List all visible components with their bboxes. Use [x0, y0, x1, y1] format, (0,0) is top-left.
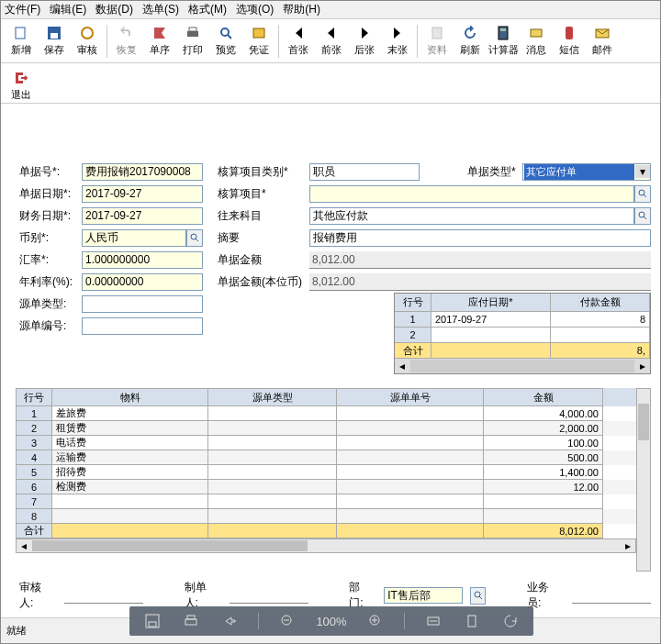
- tb-save[interactable]: 保存: [38, 21, 71, 61]
- pg-hscroll[interactable]: ◂▸: [395, 359, 650, 373]
- exit-icon: [13, 70, 29, 86]
- lbl-yearint: 年利率(%):: [19, 274, 82, 290]
- toolbar-row2: 退出: [1, 63, 660, 104]
- fld-fromacct[interactable]: 其他应付款: [309, 207, 634, 225]
- tb-first[interactable]: 首张: [282, 21, 315, 61]
- tb-preview[interactable]: 预览: [209, 21, 242, 61]
- pg-h-date[interactable]: 应付日期*: [431, 294, 551, 312]
- table-row[interactable]: 7: [16, 494, 636, 509]
- chevron-down-icon[interactable]: ▾: [635, 165, 650, 178]
- lbl-acctcat: 核算项目类别*: [218, 164, 309, 180]
- tb-seq[interactable]: 单序: [143, 21, 176, 61]
- dg-h-amt[interactable]: 金额: [484, 388, 603, 406]
- svg-line-7: [228, 35, 231, 39]
- tb-calc[interactable]: 计算器: [487, 21, 520, 61]
- menu-option[interactable]: 选项(O): [236, 2, 274, 17]
- table-row[interactable]: 1 2017-09-27 8: [395, 312, 650, 328]
- table-row[interactable]: 6检测费12.00: [16, 480, 636, 494]
- lookup-fromacct[interactable]: [634, 207, 651, 225]
- fld-rate[interactable]: 1.000000000: [82, 251, 203, 269]
- lbl-docamt: 单据金额: [218, 252, 309, 268]
- tb-review[interactable]: 审核: [71, 21, 104, 61]
- table-row[interactable]: 3电话费100.00: [16, 436, 636, 450]
- fld-doctype[interactable]: 其它应付单▾: [522, 163, 651, 181]
- fb-fitwidth-icon[interactable]: [423, 611, 443, 631]
- dg-h-srcno[interactable]: 源单单号: [337, 388, 484, 406]
- fld-billdate[interactable]: 2017-09-27: [82, 185, 203, 203]
- lbl-reviewer: 审核人:: [19, 580, 53, 611]
- fb-fitpage-icon[interactable]: [462, 611, 482, 631]
- tb-restore[interactable]: 恢复: [110, 21, 143, 61]
- tb-voucher[interactable]: 凭证: [242, 21, 275, 61]
- dg-vscroll[interactable]: [636, 388, 651, 572]
- svg-line-20: [644, 217, 646, 219]
- fb-zoom-in-icon[interactable]: [365, 611, 386, 631]
- tb-info[interactable]: 资料: [420, 21, 454, 61]
- tb-refresh[interactable]: 刷新: [454, 21, 487, 61]
- fb-print-icon[interactable]: [181, 611, 201, 631]
- svg-rect-25: [185, 619, 196, 625]
- table-row[interactable]: 1差旅费4,000.00: [16, 406, 636, 421]
- svg-point-6: [221, 28, 229, 36]
- lbl-fromacct: 往来科目: [218, 208, 309, 224]
- menu-help[interactable]: 帮助(H): [283, 2, 320, 17]
- tb-last[interactable]: 末张: [381, 21, 414, 61]
- info-icon: [429, 25, 445, 41]
- lbl-curr: 币别*:: [19, 230, 82, 246]
- fb-save-icon[interactable]: [142, 611, 162, 631]
- tb-exit[interactable]: 退出: [5, 65, 38, 105]
- table-row[interactable]: 2: [395, 328, 650, 343]
- fld-curr[interactable]: 人民币: [82, 229, 186, 247]
- dg-hscroll[interactable]: ◂▸: [16, 539, 636, 553]
- table-row[interactable]: 8: [16, 509, 636, 524]
- svg-line-18: [644, 194, 646, 197]
- svg-rect-13: [566, 27, 573, 39]
- fld-acctitem[interactable]: [309, 185, 634, 203]
- fld-acctcat[interactable]: 职员: [309, 163, 420, 181]
- menu-format[interactable]: 格式(M): [188, 2, 227, 17]
- lookup-dept[interactable]: [470, 587, 486, 605]
- print-icon: [185, 25, 201, 41]
- lbl-summary: 摘要: [218, 230, 309, 246]
- menu-select[interactable]: 选单(S): [142, 2, 179, 17]
- fb-rotate-icon[interactable]: [500, 611, 521, 631]
- lbl-doctype: 单据类型*: [467, 164, 522, 180]
- fb-zoom-out-icon[interactable]: [277, 611, 297, 631]
- tb-prev[interactable]: 前张: [315, 21, 348, 61]
- fb-zoom-level: 100%: [316, 615, 346, 628]
- menu-edit[interactable]: 编辑(E): [50, 2, 86, 17]
- menu-data[interactable]: 数据(D): [95, 2, 133, 17]
- table-row[interactable]: 2租赁费2,000.00: [16, 421, 636, 436]
- tb-print[interactable]: 打印: [176, 21, 209, 61]
- fld-billno[interactable]: 费用报销2017090008: [82, 163, 203, 181]
- tb-msg[interactable]: 消息: [520, 21, 553, 61]
- tb-new[interactable]: 新增: [5, 21, 38, 61]
- table-row[interactable]: 5招待费1,400.00: [16, 465, 636, 480]
- table-row[interactable]: 4运输费500.00: [16, 450, 636, 465]
- svg-rect-34: [468, 616, 476, 627]
- lookup-acctitem[interactable]: [634, 185, 651, 203]
- tb-mail[interactable]: 邮件: [586, 21, 619, 61]
- fb-share-icon[interactable]: [219, 611, 240, 631]
- lookup-curr[interactable]: [186, 229, 203, 247]
- fld-yearint[interactable]: 0.00000000: [82, 273, 203, 291]
- dg-h-row: 行号: [16, 388, 52, 406]
- fld-srctype[interactable]: [82, 295, 203, 313]
- fld-dept[interactable]: IT售后部: [384, 587, 463, 604]
- svg-line-16: [196, 239, 198, 241]
- menu-file[interactable]: 文件(F): [5, 2, 40, 17]
- lbl-billno: 单据号*:: [19, 164, 82, 180]
- dg-h-mat[interactable]: 物料: [52, 388, 208, 406]
- pg-h-amt[interactable]: 付款金额: [551, 294, 650, 312]
- tb-next[interactable]: 后张: [348, 21, 381, 61]
- fld-summary[interactable]: 报销费用: [309, 229, 651, 247]
- dg-h-srctype[interactable]: 源单类型: [208, 388, 337, 406]
- first-icon: [290, 25, 307, 41]
- fld-findate[interactable]: 2017-09-27: [82, 207, 203, 225]
- fld-srcno[interactable]: [82, 317, 203, 335]
- pg-h-row: 行号: [395, 294, 431, 312]
- tb-sms[interactable]: 短信: [553, 21, 586, 61]
- float-toolbar: 100%: [129, 606, 533, 636]
- svg-rect-5: [189, 28, 196, 31]
- detail-grid: 行号 物料 源单类型 源单单号 金额 1差旅费4,000.002租赁费2,000…: [16, 388, 651, 572]
